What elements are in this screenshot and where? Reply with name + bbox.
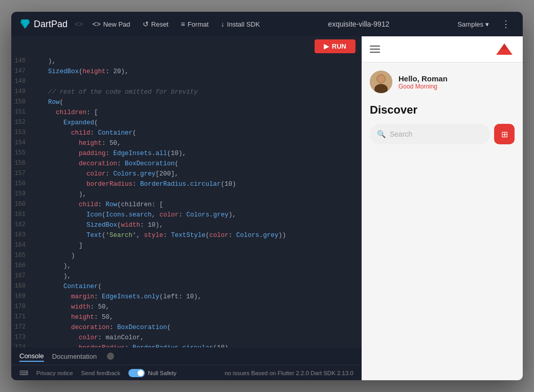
null-safety-switch[interactable] — [128, 369, 145, 377]
line-content: color: Colors.grey[200], — [33, 169, 362, 179]
privacy-notice-link[interactable]: Privacy notice — [36, 370, 73, 376]
new-pad-button[interactable]: <> New Pad — [88, 18, 134, 30]
code-line: 147 SizedBox(height: 20), — [11, 67, 362, 77]
line-number: 146 — [11, 56, 33, 67]
user-greeting: Hello, Roman Good Morning — [370, 71, 515, 93]
line-content: Icon(Icons.search, color: Colors.grey), — [33, 210, 362, 220]
line-content: Row( — [33, 97, 362, 107]
line-number: 166 — [11, 261, 33, 271]
line-content: SizedBox(height: 20), — [33, 67, 362, 77]
search-row: 🔍 Search ⊞ — [370, 124, 515, 144]
line-content: Expanded( — [33, 118, 362, 128]
more-button[interactable]: ⋮ — [497, 16, 515, 32]
code-line: 174 borderRadius: BorderRadius.circular(… — [11, 343, 362, 347]
line-content: decoration: BoxDecoration( — [33, 159, 362, 169]
null-safety-toggle[interactable]: Null Safety — [128, 369, 176, 377]
line-number: 152 — [11, 118, 33, 128]
null-safety-label: Null Safety — [148, 370, 176, 376]
line-number: 157 — [11, 169, 33, 179]
line-number: 155 — [11, 148, 33, 159]
install-sdk-button[interactable]: ↓ Install SDK — [217, 18, 264, 30]
filter-button[interactable]: ⊞ — [494, 124, 515, 144]
status-right: no issues Based on Flutter 2.2.0 Dart SD… — [225, 370, 353, 376]
code-line: 171 height: 50, — [11, 312, 362, 322]
topbar-separator: <> — [75, 20, 83, 28]
line-content: Container( — [33, 281, 362, 292]
avatar-image — [370, 71, 392, 93]
code-line: 155 padding: EdgeInsets.all(10), — [11, 148, 362, 159]
reset-icon: ↺ — [143, 20, 149, 28]
search-box[interactable]: 🔍 Search — [370, 124, 490, 144]
line-content: child: Container( — [33, 128, 362, 138]
samples-label: Samples — [457, 20, 483, 28]
line-content: ), — [33, 189, 362, 200]
line-number: 163 — [11, 230, 33, 241]
editor-toolbar: ▶ RUN — [11, 36, 362, 56]
line-content: ) — [33, 251, 362, 261]
code-line: 160 child: Row(children: [ — [11, 200, 362, 210]
code-line: 154 height: 50, — [11, 138, 362, 148]
download-icon: ↓ — [221, 20, 225, 28]
line-content: // rest of the code omitted for brevity — [33, 87, 362, 97]
line-content: height: 50, — [33, 312, 362, 322]
line-number: 150 — [11, 97, 33, 107]
hamburger-line-2 — [370, 49, 380, 50]
code-line: 150 Row( — [11, 97, 362, 107]
status-left: ⌨ Privacy notice Send feedback Null Safe… — [19, 369, 176, 377]
tab-documentation[interactable]: Documentation — [52, 352, 97, 361]
code-line: 153 child: Container( — [11, 128, 362, 138]
code-line: 170 width: 50, — [11, 302, 362, 312]
line-content: ), — [33, 56, 362, 67]
line-number: 153 — [11, 128, 33, 138]
project-name: exquisite-villa-9912 — [268, 20, 449, 28]
line-content: child: Row(children: [ — [33, 200, 362, 210]
line-number: 165 — [11, 251, 33, 261]
line-number: 159 — [11, 189, 33, 200]
hamburger-line-1 — [370, 46, 380, 47]
format-button[interactable]: ≡ Format — [176, 18, 212, 30]
run-button[interactable]: ▶ RUN — [315, 39, 355, 53]
send-feedback-link[interactable]: Send feedback — [81, 370, 121, 376]
code-line: 156 decoration: BoxDecoration( — [11, 159, 362, 169]
code-line: 164 ] — [11, 241, 362, 251]
format-label: Format — [188, 20, 209, 28]
reset-button[interactable]: ↺ Reset — [139, 18, 173, 30]
greeting-sub: Good Morning — [398, 83, 448, 90]
code-line: 148 — [11, 77, 362, 87]
toggle-area — [107, 353, 114, 360]
code-line: 146 ), — [11, 56, 362, 67]
hamburger-menu[interactable] — [370, 46, 380, 53]
samples-button[interactable]: Samples ▾ — [453, 18, 493, 30]
line-number: 154 — [11, 138, 33, 148]
logo: DartPad — [19, 18, 68, 30]
run-play-icon: ▶ — [324, 42, 329, 50]
line-content: ), — [33, 261, 362, 271]
line-content: SizedBox(width: 10), — [33, 220, 362, 230]
line-content: color: mainColor, — [33, 333, 362, 343]
avatar — [370, 71, 392, 93]
line-content: decoration: BoxDecoration( — [33, 322, 362, 333]
console-toggle[interactable] — [107, 353, 114, 360]
line-number: 173 — [11, 333, 33, 343]
code-line: 151 children: [ — [11, 107, 362, 118]
code-line: 165 ) — [11, 251, 362, 261]
code-line: 162 SizedBox(width: 10), — [11, 220, 362, 230]
code-editor[interactable]: 146 ),147 SizedBox(height: 20),148149 //… — [11, 56, 362, 347]
app-window: DartPad <> <> New Pad ↺ Reset ≡ Format ↓… — [11, 12, 523, 380]
topbar-right: Samples ▾ ⋮ — [453, 16, 515, 32]
line-content: children: [ — [33, 107, 362, 118]
code-line: 172 decoration: BoxDecoration( — [11, 322, 362, 333]
run-label: RUN — [332, 42, 346, 50]
line-number: 171 — [11, 312, 33, 322]
line-number: 149 — [11, 87, 33, 97]
line-content: borderRadius: BorderRadius.circular(10), — [33, 343, 362, 347]
editor-bottom-bar: Console Documentation — [11, 347, 362, 365]
dart-logo-icon — [19, 18, 31, 30]
code-line: 161 Icon(Icons.search, color: Colors.gre… — [11, 210, 362, 220]
line-content — [33, 77, 362, 87]
code-line: 166 ), — [11, 261, 362, 271]
status-bar: ⌨ Privacy notice Send feedback Null Safe… — [11, 365, 362, 380]
tab-console[interactable]: Console — [19, 351, 44, 362]
preview-content: Hello, Roman Good Morning Discover 🔍 Sea… — [362, 62, 523, 380]
line-number: 161 — [11, 210, 33, 220]
